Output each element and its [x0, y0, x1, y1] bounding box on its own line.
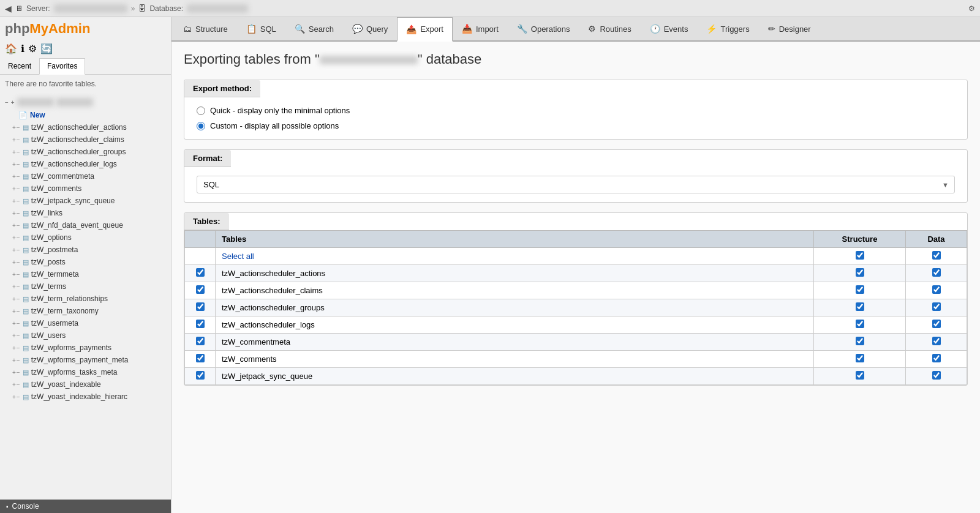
console-bar[interactable]: ▪ Console — [0, 500, 171, 513]
tab-import[interactable]: 📥Import — [453, 17, 508, 40]
home-icon[interactable]: 🏠 — [5, 43, 17, 54]
tab-query[interactable]: 💬Query — [343, 17, 397, 40]
tab-structure[interactable]: 🗂Structure — [174, 17, 237, 40]
tree-item[interactable]: +−▤tzW_comments — [0, 182, 171, 195]
tree-item[interactable]: +−▤tzW_users — [0, 329, 171, 342]
settings-sidebar-icon[interactable]: ⚙ — [28, 43, 37, 54]
tab-operations[interactable]: 🔧Operations — [508, 17, 579, 40]
row-data-checkbox[interactable] — [932, 371, 941, 380]
row-select-checkbox[interactable] — [196, 302, 205, 311]
row-select-checkbox[interactable] — [196, 268, 205, 277]
row-select-checkbox[interactable] — [196, 285, 205, 294]
table-name: tzW_links — [31, 209, 62, 217]
export-tab-label: Export — [420, 24, 443, 34]
server-value — [54, 4, 127, 13]
row-select-checkbox[interactable] — [196, 337, 205, 345]
format-header: Format: — [184, 150, 231, 167]
table-name: tzW_actionscheduler_claims — [31, 135, 124, 144]
db-value — [187, 4, 248, 13]
tree-item[interactable]: +−▤tzW_term_relationships — [0, 293, 171, 305]
table-icon: ▤ — [23, 148, 29, 156]
table-name: tzW_nfd_data_event_queue — [31, 221, 123, 230]
table-name: tzW_actionscheduler_groups — [31, 148, 126, 156]
tree-item[interactable]: +−▤tzW_term_taxonomy — [0, 305, 171, 317]
tree-item[interactable]: +−▤tzW_wpforms_payment_meta — [0, 354, 171, 366]
tab-search[interactable]: 🔍Search — [285, 17, 343, 40]
tree-item[interactable]: +−▤tzW_actionscheduler_logs — [0, 158, 171, 170]
table-row: tzW_commentmeta — [185, 334, 967, 351]
expand-icon: +− — [12, 283, 20, 290]
new-table-item[interactable]: 📄 New — [0, 109, 171, 121]
tree-item[interactable]: +−▤tzW_jetpack_sync_queue — [0, 195, 171, 207]
tab-routines[interactable]: ⚙Routines — [579, 17, 640, 40]
row-structure-checkbox[interactable] — [856, 320, 864, 328]
designer-tab-label: Designer — [779, 24, 811, 34]
refresh-icon[interactable]: 🔄 — [40, 43, 53, 54]
select-all-data-checkbox[interactable] — [932, 251, 941, 260]
row-table-name: tzW_actionscheduler_claims — [216, 282, 814, 299]
tree-item[interactable]: +−▤tzW_options — [0, 231, 171, 244]
sidebar-icons: 🏠 ℹ ⚙ 🔄 — [0, 40, 171, 58]
row-structure-checkbox[interactable] — [856, 285, 864, 294]
row-structure-checkbox[interactable] — [856, 371, 864, 380]
tree-item[interactable]: +−▤tzW_actionscheduler_claims — [0, 133, 171, 146]
row-select-checkbox[interactable] — [196, 371, 205, 380]
tab-recent[interactable]: Recent — [0, 58, 39, 74]
custom-radio[interactable] — [197, 122, 205, 130]
tree-item[interactable]: +−▤tzW_termmeta — [0, 268, 171, 280]
sidebar-header: phpMyAdmin — [0, 17, 171, 40]
row-data-checkbox[interactable] — [932, 354, 941, 362]
row-checkbox-cell — [185, 282, 216, 299]
row-structure-checkbox[interactable] — [856, 268, 864, 277]
row-select-checkbox[interactable] — [196, 354, 205, 362]
row-data-checkbox[interactable] — [932, 302, 941, 311]
info-icon[interactable]: ℹ — [21, 43, 24, 54]
row-data-checkbox[interactable] — [932, 285, 941, 294]
tree-item[interactable]: +−▤tzW_links — [0, 207, 171, 219]
expand-icon: +− — [12, 222, 20, 229]
db-name-blurred — [320, 56, 418, 64]
tree-root[interactable]: − + — [0, 95, 171, 109]
back-button[interactable]: ◀ — [5, 4, 12, 13]
row-data-checkbox[interactable] — [932, 320, 941, 328]
row-table-name: tzW_actionscheduler_groups — [216, 299, 814, 316]
tree-item[interactable]: +−▤tzW_postmeta — [0, 244, 171, 256]
tree-item[interactable]: +−▤tzW_commentmeta — [0, 170, 171, 182]
export-method-header: Export method: — [184, 80, 260, 97]
row-structure-checkbox[interactable] — [856, 337, 864, 345]
table-icon: ▤ — [23, 283, 29, 291]
tree-item[interactable]: +−▤tzW_wpforms_tasks_meta — [0, 366, 171, 378]
tab-designer[interactable]: ✏Designer — [759, 17, 820, 40]
tree-item[interactable]: +−▤tzW_yoast_indexable — [0, 378, 171, 391]
row-data-checkbox[interactable] — [932, 337, 941, 345]
row-data-checkbox[interactable] — [932, 268, 941, 277]
table-icon: ▤ — [23, 295, 29, 303]
settings-icon[interactable]: ⚙ — [968, 4, 975, 13]
format-select[interactable]: SQLCSVJSONXMLExcelOpenDocument — [197, 176, 955, 193]
tree-item[interactable]: +−▤tzW_wpforms_payments — [0, 342, 171, 354]
tab-export[interactable]: 📤Export — [397, 17, 453, 42]
tree-root-expand2[interactable]: + — [11, 99, 15, 106]
custom-option[interactable]: Custom - display all possible options — [197, 121, 955, 130]
select-all-structure-checkbox[interactable] — [856, 251, 864, 260]
tab-favorites[interactable]: Favorites — [39, 58, 85, 75]
tree-item[interactable]: +−▤tzW_actionscheduler_groups — [0, 146, 171, 158]
tree-root-expand[interactable]: − — [5, 99, 9, 106]
row-select-checkbox[interactable] — [196, 320, 205, 328]
tab-events[interactable]: 🕐Events — [641, 17, 698, 40]
tree-item[interactable]: +−▤tzW_usermeta — [0, 317, 171, 329]
tab-sql[interactable]: 📋SQL — [237, 17, 285, 40]
tree-item[interactable]: +−▤tzW_nfd_data_event_queue — [0, 219, 171, 231]
row-structure-checkbox[interactable] — [856, 302, 864, 311]
tree-item[interactable]: +−▤tzW_yoast_indexable_hierarc — [0, 391, 171, 403]
tree-item[interactable]: +−▤tzW_actionscheduler_actions — [0, 121, 171, 133]
table-name: tzW_postmeta — [31, 245, 78, 254]
quick-option[interactable]: Quick - display only the minimal options — [197, 106, 955, 115]
tree-item[interactable]: +−▤tzW_posts — [0, 256, 171, 268]
tree-item[interactable]: +−▤tzW_terms — [0, 280, 171, 293]
tab-triggers[interactable]: ⚡Triggers — [697, 17, 758, 40]
import-tab-icon: 📥 — [462, 24, 472, 34]
quick-radio[interactable] — [197, 107, 205, 115]
select-all-link[interactable]: Select all — [222, 252, 254, 261]
row-structure-checkbox[interactable] — [856, 354, 864, 362]
